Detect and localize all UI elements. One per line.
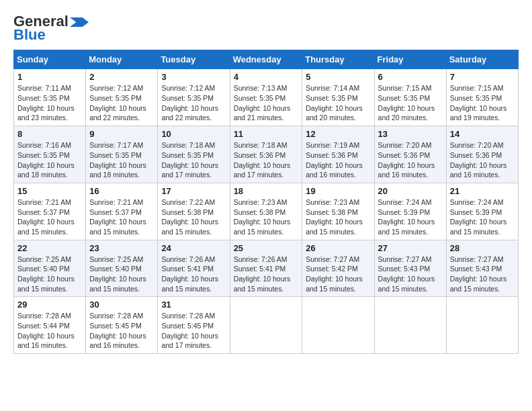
day-number: 16 (89, 186, 154, 196)
page-header: General Blue (13, 13, 519, 43)
calendar-cell: 16Sunrise: 7:21 AM Sunset: 5:37 PM Dayli… (86, 183, 158, 240)
day-info: Sunrise: 7:27 AM Sunset: 5:43 PM Dayligh… (378, 255, 443, 294)
day-info: Sunrise: 7:28 AM Sunset: 5:45 PM Dayligh… (161, 311, 226, 351)
day-number: 6 (378, 72, 443, 82)
calendar-week-row: 29Sunrise: 7:28 AM Sunset: 5:44 PM Dayli… (14, 297, 519, 354)
day-info: Sunrise: 7:26 AM Sunset: 5:41 PM Dayligh… (161, 255, 226, 294)
calendar-cell: 11Sunrise: 7:18 AM Sunset: 5:36 PM Dayli… (230, 126, 302, 183)
day-number: 25 (234, 243, 299, 253)
day-info: Sunrise: 7:27 AM Sunset: 5:43 PM Dayligh… (450, 255, 515, 294)
logo: General Blue (13, 13, 89, 43)
logo-blue-text: Blue (13, 27, 46, 43)
day-info: Sunrise: 7:23 AM Sunset: 5:38 PM Dayligh… (234, 197, 299, 237)
day-number: 22 (17, 243, 82, 253)
day-info: Sunrise: 7:25 AM Sunset: 5:40 PM Dayligh… (17, 255, 82, 294)
day-info: Sunrise: 7:15 AM Sunset: 5:35 PM Dayligh… (450, 83, 515, 123)
day-number: 17 (161, 186, 226, 196)
day-info: Sunrise: 7:25 AM Sunset: 5:40 PM Dayligh… (89, 255, 154, 294)
calendar-week-row: 15Sunrise: 7:21 AM Sunset: 5:37 PM Dayli… (14, 183, 519, 240)
calendar-cell: 18Sunrise: 7:23 AM Sunset: 5:38 PM Dayli… (230, 183, 302, 240)
day-info: Sunrise: 7:11 AM Sunset: 5:35 PM Dayligh… (17, 83, 82, 123)
day-info: Sunrise: 7:18 AM Sunset: 5:35 PM Dayligh… (161, 140, 226, 180)
calendar-week-row: 22Sunrise: 7:25 AM Sunset: 5:40 PM Dayli… (14, 240, 519, 297)
calendar-header-row: SundayMondayTuesdayWednesdayThursdayFrid… (14, 50, 519, 69)
day-info: Sunrise: 7:28 AM Sunset: 5:44 PM Dayligh… (17, 311, 82, 351)
day-number: 29 (17, 300, 82, 310)
calendar-cell (446, 297, 518, 354)
day-number: 5 (306, 72, 370, 82)
day-number: 20 (378, 186, 443, 196)
weekday-header-wednesday: Wednesday (230, 50, 302, 69)
day-info: Sunrise: 7:16 AM Sunset: 5:35 PM Dayligh… (17, 140, 82, 180)
calendar-cell (302, 297, 374, 354)
day-info: Sunrise: 7:12 AM Sunset: 5:35 PM Dayligh… (161, 83, 226, 123)
calendar-cell: 24Sunrise: 7:26 AM Sunset: 5:41 PM Dayli… (158, 240, 230, 297)
day-number: 24 (161, 243, 226, 253)
logo-icon (70, 17, 89, 27)
calendar-cell: 1Sunrise: 7:11 AM Sunset: 5:35 PM Daylig… (14, 69, 86, 126)
calendar-week-row: 1Sunrise: 7:11 AM Sunset: 5:35 PM Daylig… (14, 69, 519, 126)
svg-marker-0 (70, 17, 89, 27)
calendar-cell: 17Sunrise: 7:22 AM Sunset: 5:38 PM Dayli… (158, 183, 230, 240)
day-info: Sunrise: 7:18 AM Sunset: 5:36 PM Dayligh… (234, 140, 299, 180)
day-info: Sunrise: 7:12 AM Sunset: 5:35 PM Dayligh… (89, 83, 154, 123)
day-number: 4 (234, 72, 299, 82)
calendar-week-row: 8Sunrise: 7:16 AM Sunset: 5:35 PM Daylig… (14, 126, 519, 183)
day-info: Sunrise: 7:17 AM Sunset: 5:35 PM Dayligh… (89, 140, 154, 180)
day-number: 18 (234, 186, 299, 196)
calendar-cell: 2Sunrise: 7:12 AM Sunset: 5:35 PM Daylig… (86, 69, 158, 126)
calendar-cell: 22Sunrise: 7:25 AM Sunset: 5:40 PM Dayli… (14, 240, 86, 297)
day-info: Sunrise: 7:26 AM Sunset: 5:41 PM Dayligh… (234, 255, 299, 294)
calendar-cell (374, 297, 446, 354)
day-number: 23 (89, 243, 154, 253)
weekday-header-thursday: Thursday (302, 50, 374, 69)
calendar-cell: 31Sunrise: 7:28 AM Sunset: 5:45 PM Dayli… (158, 297, 230, 354)
calendar-table: SundayMondayTuesdayWednesdayThursdayFrid… (13, 50, 519, 354)
day-info: Sunrise: 7:27 AM Sunset: 5:42 PM Dayligh… (306, 255, 370, 294)
day-number: 1 (17, 72, 82, 82)
day-number: 26 (306, 243, 370, 253)
day-number: 2 (89, 72, 154, 82)
day-info: Sunrise: 7:22 AM Sunset: 5:38 PM Dayligh… (161, 197, 226, 237)
day-info: Sunrise: 7:13 AM Sunset: 5:35 PM Dayligh… (234, 83, 299, 123)
day-number: 15 (17, 186, 82, 196)
calendar-cell: 23Sunrise: 7:25 AM Sunset: 5:40 PM Dayli… (86, 240, 158, 297)
calendar-cell: 20Sunrise: 7:24 AM Sunset: 5:39 PM Dayli… (374, 183, 446, 240)
calendar-cell: 9Sunrise: 7:17 AM Sunset: 5:35 PM Daylig… (86, 126, 158, 183)
calendar-cell: 27Sunrise: 7:27 AM Sunset: 5:43 PM Dayli… (374, 240, 446, 297)
calendar-cell: 12Sunrise: 7:19 AM Sunset: 5:36 PM Dayli… (302, 126, 374, 183)
calendar-cell: 29Sunrise: 7:28 AM Sunset: 5:44 PM Dayli… (14, 297, 86, 354)
calendar-cell: 6Sunrise: 7:15 AM Sunset: 5:35 PM Daylig… (374, 69, 446, 126)
calendar-cell: 4Sunrise: 7:13 AM Sunset: 5:35 PM Daylig… (230, 69, 302, 126)
calendar-cell: 26Sunrise: 7:27 AM Sunset: 5:42 PM Dayli… (302, 240, 374, 297)
calendar-cell: 5Sunrise: 7:14 AM Sunset: 5:35 PM Daylig… (302, 69, 374, 126)
day-info: Sunrise: 7:21 AM Sunset: 5:37 PM Dayligh… (89, 197, 154, 237)
calendar-cell: 3Sunrise: 7:12 AM Sunset: 5:35 PM Daylig… (158, 69, 230, 126)
calendar-cell: 8Sunrise: 7:16 AM Sunset: 5:35 PM Daylig… (14, 126, 86, 183)
day-number: 31 (161, 300, 226, 310)
day-info: Sunrise: 7:15 AM Sunset: 5:35 PM Dayligh… (378, 83, 443, 123)
weekday-header-monday: Monday (86, 50, 158, 69)
calendar-cell: 28Sunrise: 7:27 AM Sunset: 5:43 PM Dayli… (446, 240, 518, 297)
calendar-cell: 19Sunrise: 7:23 AM Sunset: 5:38 PM Dayli… (302, 183, 374, 240)
day-number: 8 (17, 129, 82, 139)
calendar-cell: 30Sunrise: 7:28 AM Sunset: 5:45 PM Dayli… (86, 297, 158, 354)
day-number: 3 (161, 72, 226, 82)
day-info: Sunrise: 7:19 AM Sunset: 5:36 PM Dayligh… (306, 140, 370, 180)
day-info: Sunrise: 7:24 AM Sunset: 5:39 PM Dayligh… (378, 197, 443, 237)
weekday-header-tuesday: Tuesday (158, 50, 230, 69)
day-info: Sunrise: 7:28 AM Sunset: 5:45 PM Dayligh… (89, 311, 154, 351)
day-number: 10 (161, 129, 226, 139)
weekday-header-friday: Friday (374, 50, 446, 69)
day-number: 21 (450, 186, 515, 196)
day-number: 27 (378, 243, 443, 253)
weekday-header-sunday: Sunday (14, 50, 86, 69)
calendar-cell: 25Sunrise: 7:26 AM Sunset: 5:41 PM Dayli… (230, 240, 302, 297)
day-number: 13 (378, 129, 443, 139)
day-info: Sunrise: 7:20 AM Sunset: 5:36 PM Dayligh… (378, 140, 443, 180)
calendar-cell: 13Sunrise: 7:20 AM Sunset: 5:36 PM Dayli… (374, 126, 446, 183)
day-info: Sunrise: 7:23 AM Sunset: 5:38 PM Dayligh… (306, 197, 370, 237)
calendar-cell (230, 297, 302, 354)
calendar-cell: 10Sunrise: 7:18 AM Sunset: 5:35 PM Dayli… (158, 126, 230, 183)
weekday-header-saturday: Saturday (446, 50, 518, 69)
